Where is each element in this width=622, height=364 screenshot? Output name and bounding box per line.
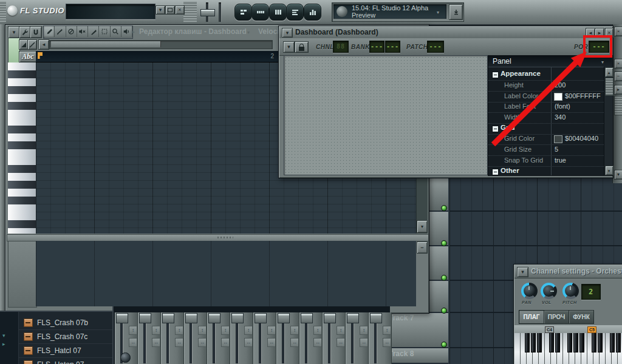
master-volume-handle[interactable] xyxy=(200,9,215,16)
track-activity-led[interactable] xyxy=(441,240,447,246)
prop-row-snap-to-grid[interactable]: Snap To Grid true xyxy=(488,155,604,167)
mixer-updown-button[interactable]: ↕ xyxy=(267,326,276,335)
mixer-channel-strip[interactable]: ↕↔ xyxy=(115,312,138,364)
scrollbar-thumb[interactable] xyxy=(614,96,622,115)
bank-display-2[interactable]: --- xyxy=(385,41,400,53)
keyboard-black-key[interactable] xyxy=(531,333,536,352)
bank-display-1[interactable]: --- xyxy=(369,41,384,53)
mixer-fader-handle[interactable] xyxy=(324,313,336,323)
patch-display[interactable]: --- xyxy=(427,41,444,53)
mixer-channel-strip[interactable]: ↕↔ xyxy=(138,312,161,364)
chevron-down-icon[interactable]: ▾ xyxy=(2,332,5,339)
zoom-tool-button[interactable] xyxy=(111,26,121,37)
keyboard-black-key[interactable] xyxy=(610,333,615,352)
piano-roll-button[interactable] xyxy=(269,4,287,21)
prop-row-grid-size[interactable]: Grid Size 5 xyxy=(488,144,604,156)
mute-tool-button[interactable] xyxy=(77,26,88,37)
window-restore-button[interactable] xyxy=(165,5,175,15)
piano-black-key[interactable] xyxy=(8,141,36,150)
piano-white-key[interactable] xyxy=(8,62,36,71)
mixer-knob[interactable] xyxy=(120,352,131,363)
pitch-knob[interactable] xyxy=(562,283,579,299)
mixer-updown-button[interactable]: ↕ xyxy=(152,326,160,335)
step-sequencer-button[interactable] xyxy=(251,4,269,21)
mixer-fader-handle[interactable] xyxy=(255,313,267,323)
browser-item[interactable]: FLS_Hatop 07 xyxy=(18,357,112,364)
scrollbar-handle[interactable] xyxy=(51,41,161,47)
close-icon[interactable]: × xyxy=(614,27,622,36)
collapse-icon[interactable] xyxy=(492,72,499,78)
prop-row-width[interactable]: Width 340 xyxy=(488,112,604,124)
keyboard-black-key[interactable] xyxy=(549,333,554,352)
scroll-left-button[interactable]: ◂ xyxy=(38,39,49,50)
slice-tool-button[interactable] xyxy=(88,26,99,37)
horizontal-scrollbar[interactable] xyxy=(49,40,273,49)
collapse-icon[interactable] xyxy=(492,169,499,175)
collapse-icon[interactable] xyxy=(492,126,499,132)
scroll-down-button[interactable]: ▾ xyxy=(417,220,428,233)
piano-white-key[interactable] xyxy=(8,189,36,197)
mixer-updown-button[interactable]: ↕ xyxy=(221,326,230,335)
mixer-updown-button[interactable]: ↕ xyxy=(244,326,253,335)
piano-black-key[interactable] xyxy=(8,102,36,110)
mixer-fader-handle[interactable] xyxy=(370,313,382,323)
track-activity-led[interactable] xyxy=(441,275,447,281)
tab-misc[interactable]: ПРОЧ xyxy=(544,310,569,324)
track-name-label[interactable]: Track 8 xyxy=(389,349,414,358)
version-dropdown-icon[interactable]: ▾ xyxy=(437,10,439,15)
keyboard-black-key[interactable] xyxy=(592,333,596,352)
track-color-cell[interactable] xyxy=(8,38,20,63)
piano-black-key[interactable] xyxy=(8,181,36,189)
keyboard-black-key[interactable] xyxy=(555,333,560,352)
mixer-leftright-button[interactable]: ↔ xyxy=(152,338,160,347)
prop-section-other[interactable]: Other xyxy=(488,166,604,177)
mixer-leftright-button[interactable]: ↔ xyxy=(337,338,345,347)
mixer-fader-handle[interactable] xyxy=(185,313,197,323)
mixer-leftright-button[interactable]: ↔ xyxy=(129,338,137,347)
mixer-updown-button[interactable]: ↕ xyxy=(337,326,345,335)
playback-tool-button[interactable] xyxy=(121,26,132,37)
paint-tool-button[interactable] xyxy=(55,26,66,37)
mixer-leftright-button[interactable]: ↔ xyxy=(360,338,368,347)
piano-black-key[interactable] xyxy=(8,126,36,134)
mixer-updown-button[interactable]: ↕ xyxy=(383,326,391,335)
piano-white-key[interactable] xyxy=(8,110,36,118)
browser-item[interactable]: FLS_Hatcl 07 xyxy=(18,343,112,358)
prop-row-grid-color[interactable]: Grid Color $00404040 xyxy=(488,133,604,145)
piano-white-key[interactable] xyxy=(8,78,36,87)
mixer-fader-handle[interactable] xyxy=(278,313,290,323)
mixer-fader-handle[interactable] xyxy=(347,313,359,323)
mixer-updown-button[interactable]: ↕ xyxy=(175,326,183,335)
mixer-leftright-button[interactable]: ↔ xyxy=(244,338,253,347)
piano-black-key[interactable] xyxy=(8,70,36,79)
keyboard-black-key[interactable] xyxy=(573,333,578,352)
piano-white-key[interactable] xyxy=(8,94,36,103)
chnl-display[interactable]: 88 xyxy=(333,41,349,53)
zoom-out-button[interactable]: − xyxy=(417,241,428,254)
window-menu-button[interactable]: ▾ xyxy=(282,28,293,38)
options-button[interactable] xyxy=(19,26,31,38)
pitch-range-display[interactable]: 2 xyxy=(581,284,601,300)
scrollbar-thumb[interactable] xyxy=(605,78,613,96)
mixer-channel-strip[interactable]: ↕↔ xyxy=(299,312,323,364)
piano-white-key[interactable] xyxy=(8,212,36,221)
channel-keyboard[interactable] xyxy=(514,333,622,364)
mixer-channel-strip[interactable]: ↕↔ xyxy=(253,312,276,364)
keyboard-black-key[interactable] xyxy=(525,333,530,352)
color-swatch[interactable] xyxy=(554,93,562,101)
minus-icon[interactable]: − xyxy=(614,72,622,81)
piano-white-key[interactable] xyxy=(8,149,36,158)
mixer-fader-handle[interactable] xyxy=(231,313,244,323)
master-pitch-track[interactable] xyxy=(219,2,221,22)
tab-functions[interactable]: ФУНК xyxy=(569,310,594,324)
keyboard-black-key[interactable] xyxy=(598,333,603,352)
note-labels-button[interactable]: Abc xyxy=(19,51,37,62)
playlist-button[interactable] xyxy=(234,4,252,21)
browser-item[interactable]: FLS_Crash 07c xyxy=(18,329,112,344)
chevron-right-icon[interactable]: ▸ xyxy=(2,341,5,347)
piano-white-key[interactable] xyxy=(8,118,36,126)
pan-knob[interactable] xyxy=(521,283,538,299)
track-activity-led[interactable] xyxy=(441,342,447,348)
browser-item[interactable]: FLS_Crash 07b xyxy=(18,315,112,330)
mixer-leftright-button[interactable]: ↔ xyxy=(221,338,230,347)
